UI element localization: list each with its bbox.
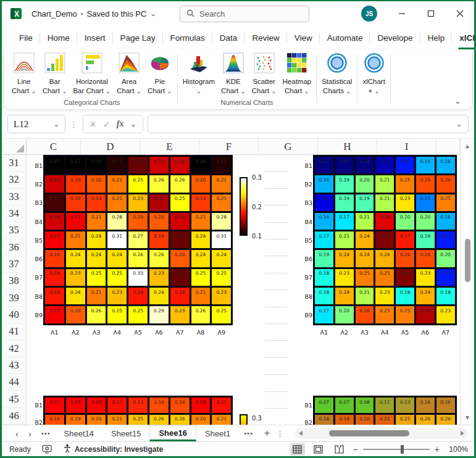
column-header-F[interactable]: F [199,139,259,154]
tab-data[interactable]: Data [212,26,245,49]
zoom-out-button[interactable]: − [353,444,358,454]
accessibility-status[interactable]: Accessibility: Investigate [63,444,163,455]
select-all-corner[interactable] [2,139,27,155]
heatmap-plot-1[interactable]: 0.070.070.080.110.130.160.160.080.110.16… [43,155,233,325]
row-header-43[interactable]: 43 [2,357,26,374]
scroll-down-icon[interactable]: ▼ [461,414,474,421]
name-box[interactable]: L12 ⌄ [7,115,65,133]
statistical-charts-button[interactable]: StatisticalCharts ⌄ [319,52,355,95]
column-header-partial[interactable] [436,139,460,154]
row-header-36[interactable]: 36 [2,239,26,256]
collapse-ribbon-icon[interactable]: ⌄ [454,96,461,106]
row-header-33[interactable]: 33 [2,189,26,206]
tab-insert[interactable]: Insert [77,26,113,49]
tab-review[interactable]: Review [244,26,286,49]
sheet-options-icon[interactable]: ⋮ [276,429,285,438]
xlchart-button[interactable]: xlChart+ ⌄ [359,52,388,95]
col-label-A6: A6 [152,329,165,336]
search-box[interactable]: Search [180,6,309,22]
area-chart-button[interactable]: AreaChart ⌄ [114,52,144,95]
worksheet: CDEFGHI 31323334353637383940414243444546… [2,138,474,425]
histogram-button[interactable]: Histogram⌄ [180,52,218,95]
vertical-scrollbar[interactable]: ▲ ▼ [460,139,474,425]
cancel-icon[interactable]: ✕ [90,120,96,129]
zoom-track[interactable] [363,449,430,450]
zoom-in-button[interactable]: + [435,444,440,454]
row-header-41[interactable]: 41 [2,323,26,340]
sheet-tab-shee16[interactable]: Shee16 [149,425,196,441]
horizontal-scrollbar[interactable] [295,428,468,439]
expand-formula-bar-icon[interactable]: ⌄ [456,121,462,128]
formula-bar-options-icon[interactable]: ⋮ [70,120,78,129]
pie-chart-button[interactable]: PieChart ⌄ [144,52,175,95]
row-header-34[interactable]: 34 [2,206,26,222]
enter-icon[interactable]: ✓ [103,120,110,129]
sheet-prev-icon[interactable]: ‹ [10,429,23,438]
maximize-button[interactable] [416,1,445,26]
heatmap-plot-4[interactable]: 0.070.070.080.110.130.160.160.160.190.20… [313,396,457,425]
sheet-tab-sheet15[interactable]: Sheet15 [102,425,149,441]
row-header-35[interactable]: 35 [2,222,26,239]
page-layout-view-button[interactable] [311,443,326,456]
row-header-46[interactable]: 46 [2,408,26,425]
display-settings-icon[interactable] [42,444,52,454]
ribbon-button-label: Scatter [253,77,275,86]
kde-chart-button[interactable]: KDEChart ⌄ [218,52,249,95]
tab-xlchart-[interactable]: xlChart+ [452,26,476,49]
heatmap-plot-3[interactable]: 0.070.070.080.110.130.160.160.080.110.16… [43,396,233,425]
ribbon-button-label: Charts ⌄ [323,86,351,96]
tab-formulas[interactable]: Formulas [163,26,212,49]
zoom-thumb[interactable] [401,445,404,454]
column-header-I[interactable]: I [377,139,436,154]
horizontal-scroll-thumb[interactable] [329,430,409,436]
close-button[interactable] [445,1,474,26]
scatter-chart-button[interactable]: ScatterChart ⌄ [249,52,280,95]
page-break-view-button[interactable] [332,443,347,456]
grid-canvas[interactable]: 0.070.070.080.110.130.160.160.080.110.16… [27,155,460,425]
sheet-tab-sheet14[interactable]: Sheet14 [56,425,102,441]
avatar[interactable]: JS [361,6,377,22]
insert-function-button[interactable]: fx [117,119,124,129]
heatmap-plot-2[interactable]: 0.070.070.080.110.130.160.160.160.190.20… [313,155,457,325]
tab-home[interactable]: Home [40,26,77,49]
vertical-scroll-thumb[interactable] [465,239,470,282]
sheet-next-icon[interactable]: › [23,429,36,438]
heatmap-chart-button[interactable]: HeatmapChart ⌄ [280,52,315,95]
more-sheets-icon[interactable]: ••• [239,430,258,437]
formula-input[interactable]: ⌄ [148,115,469,133]
column-header-E[interactable]: E [140,139,199,154]
row-header-31[interactable]: 31 [2,155,26,172]
bar-chart-button[interactable]: BarChart ⌄ [40,52,70,95]
row-header-38[interactable]: 38 [2,273,26,289]
horizontal-bar-chart-button[interactable]: HorizontalBar Chart ⌄ [70,52,114,95]
row-header-40[interactable]: 40 [2,307,26,323]
tab-file[interactable]: File [12,26,40,49]
row-header-42[interactable]: 42 [2,340,26,357]
column-header-D[interactable]: D [81,139,140,154]
row-header-39[interactable]: 39 [2,290,26,307]
zoom-level[interactable]: 100% [446,445,468,454]
line-chart-button[interactable]: LineChart ⌄ [9,52,40,95]
more-sheets-icon[interactable]: ••• [36,430,56,437]
row-header-37[interactable]: 37 [2,256,26,273]
row-header-45[interactable]: 45 [2,391,26,407]
tab-automate[interactable]: Automate [320,26,370,49]
scroll-up-icon[interactable]: ▲ [461,143,474,149]
new-sheet-button[interactable]: + [258,428,276,439]
column-header-C[interactable]: C [27,139,81,154]
sheet-tab-sheet1[interactable]: Sheet1 [196,425,239,441]
ribbon-tab-bar: FileHomeInsertPage LayFormulasDataReview… [2,26,474,49]
column-header-G[interactable]: G [259,139,318,154]
minimize-button[interactable] [387,1,416,26]
tab-develope[interactable]: Develope [370,26,420,49]
tab-page-lay[interactable]: Page Lay [113,26,163,49]
row-header-44[interactable]: 44 [2,374,26,391]
normal-view-button[interactable] [290,443,305,456]
document-title-group[interactable]: Chart_Demo • Saved to this PC ⌄ [31,9,156,19]
scroll-left-icon[interactable] [299,431,303,436]
row-header-32[interactable]: 32 [2,172,26,188]
scroll-right-icon[interactable] [461,431,464,436]
tab-view[interactable]: View [287,26,320,49]
tab-help[interactable]: Help [420,26,453,49]
column-header-H[interactable]: H [318,139,377,154]
